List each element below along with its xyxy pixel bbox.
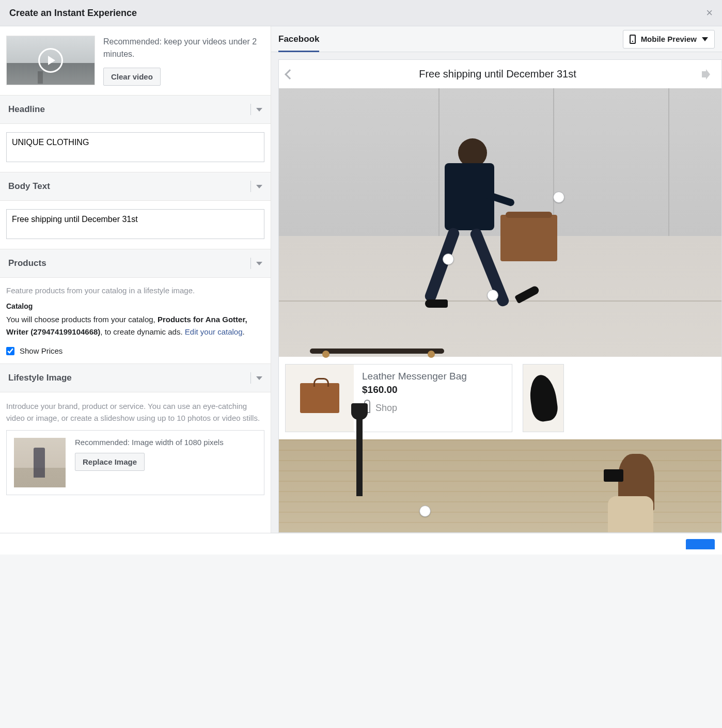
dialog-header: Create an Instant Experience × xyxy=(0,0,722,26)
preview-device-label: Mobile Preview xyxy=(641,35,697,43)
product-card[interactable]: Leather Messenger Bag $160.00 Shop xyxy=(285,364,512,432)
shop-label: Shop xyxy=(375,403,397,414)
replace-image-button[interactable]: Replace Image xyxy=(75,453,145,471)
products-body: Feature products from your catalog in a … xyxy=(0,278,271,363)
preview-secondary-image xyxy=(279,439,721,532)
caret-down-icon xyxy=(702,37,708,41)
lifestyle-intro: Introduce your brand, product or service… xyxy=(6,401,264,424)
clear-video-button[interactable]: Clear video xyxy=(103,68,161,86)
product-tag-dot[interactable] xyxy=(443,254,454,265)
headline-title: Headline xyxy=(8,104,245,115)
video-thumbnail[interactable] xyxy=(6,36,95,85)
bodytext-input[interactable] xyxy=(6,209,264,239)
video-recommended-text: Recommended: keep your videos under 2 mi… xyxy=(103,36,264,60)
product-image xyxy=(523,365,563,432)
preview-area: Free shipping until December 31st xyxy=(271,52,722,533)
preview-device-selector[interactable]: Mobile Preview xyxy=(623,30,715,49)
catalog-label: Catalog xyxy=(6,302,264,310)
lifestyle-body: Introduce your brand, product or service… xyxy=(0,392,271,503)
product-tag-dot[interactable] xyxy=(553,192,564,203)
headline-input-block xyxy=(0,124,271,172)
bodytext-section-header[interactable]: Body Text xyxy=(0,172,271,201)
lifestyle-recommended: Recommended: Image width of 1080 pixels xyxy=(75,438,224,447)
edit-catalog-link[interactable]: Edit your catalog xyxy=(185,327,243,336)
products-helper: Feature products from your catalog in a … xyxy=(6,286,264,295)
catalog-description: You will choose products from your catal… xyxy=(6,313,264,338)
chevron-down-icon xyxy=(256,185,262,188)
lifestyle-image-card: Recommended: Image width of 1080 pixels … xyxy=(6,430,264,495)
lifestyle-thumbnail[interactable] xyxy=(14,438,66,487)
product-card[interactable] xyxy=(523,364,564,432)
shop-button[interactable]: Shop xyxy=(362,403,504,414)
chevron-down-icon xyxy=(256,108,262,112)
dialog-title: Create an Instant Experience xyxy=(9,8,137,19)
lifestyle-title: Lifestyle Image xyxy=(8,373,245,383)
bodytext-input-block xyxy=(0,201,271,249)
video-section: Recommended: keep your videos under 2 mi… xyxy=(0,26,271,95)
preview-hero-image xyxy=(279,88,721,357)
show-prices-row[interactable]: Show Prices xyxy=(6,346,264,355)
products-title: Products xyxy=(8,258,245,268)
sound-icon[interactable] xyxy=(702,69,714,80)
preview-card: Free shipping until December 31st xyxy=(278,59,722,533)
primary-action-button[interactable] xyxy=(686,539,715,549)
product-tag-dot[interactable] xyxy=(487,290,498,301)
close-icon[interactable]: × xyxy=(706,6,713,20)
play-icon xyxy=(38,48,63,73)
preview-topbar: Free shipping until December 31st xyxy=(279,60,721,88)
preview-header: Facebook Mobile Preview xyxy=(271,26,722,52)
show-prices-checkbox[interactable] xyxy=(6,347,14,355)
lifestyle-section-header[interactable]: Lifestyle Image xyxy=(0,363,271,392)
preview-topbar-title: Free shipping until December 31st xyxy=(293,68,702,80)
preview-panel: Facebook Mobile Preview Free shipping un… xyxy=(271,26,722,533)
preview-tab-facebook[interactable]: Facebook xyxy=(278,27,319,52)
products-section-header[interactable]: Products xyxy=(0,249,271,278)
chevron-down-icon xyxy=(256,262,262,265)
main-content: Recommended: keep your videos under 2 mi… xyxy=(0,26,722,533)
product-price: $160.00 xyxy=(362,384,504,395)
headline-section-header[interactable]: Headline xyxy=(0,95,271,124)
chevron-down-icon xyxy=(256,376,262,380)
product-tag-dot[interactable] xyxy=(419,505,431,517)
mobile-icon xyxy=(630,35,636,44)
dialog-footer xyxy=(0,533,722,555)
editor-panel: Recommended: keep your videos under 2 mi… xyxy=(0,26,271,533)
bodytext-title: Body Text xyxy=(8,181,245,192)
product-name: Leather Messenger Bag xyxy=(362,371,504,382)
product-image xyxy=(286,365,354,432)
headline-input[interactable] xyxy=(6,132,264,162)
show-prices-label: Show Prices xyxy=(20,346,62,355)
product-carousel[interactable]: Leather Messenger Bag $160.00 Shop xyxy=(279,357,721,439)
